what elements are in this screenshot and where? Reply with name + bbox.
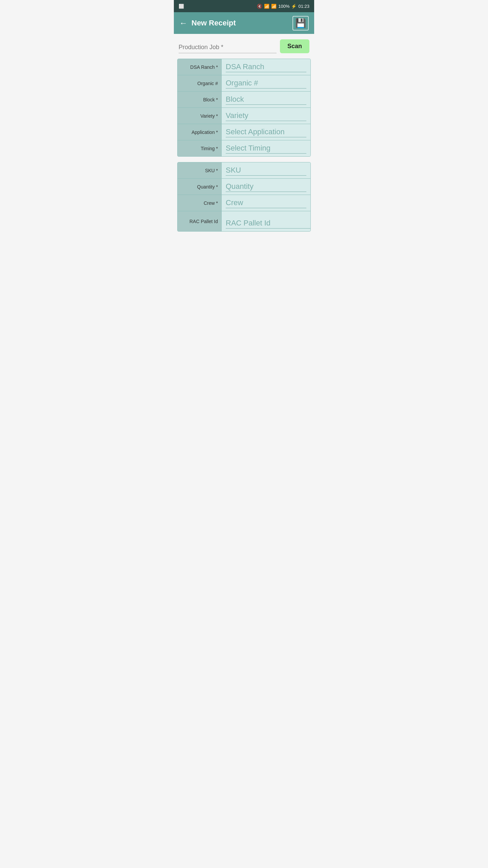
organic-value-cell	[222, 75, 310, 91]
app-bar-left: ← New Receipt	[179, 18, 236, 28]
back-button[interactable]: ←	[179, 18, 187, 28]
rac-pallet-label: RAC Pallet Id	[178, 211, 222, 231]
timing-label: Timing *	[178, 140, 222, 156]
section1-table: DSA Ranch * Organic # Block * Variety *	[177, 59, 311, 157]
organic-label: Organic #	[178, 75, 222, 91]
timing-value-cell	[222, 140, 310, 156]
application-input[interactable]	[226, 127, 306, 137]
battery-icon: ⚡	[291, 4, 297, 9]
signal-icon: 📶	[271, 4, 277, 9]
quantity-label: Quantity *	[178, 179, 222, 195]
battery-label: 100%	[278, 4, 289, 9]
table-row: SKU *	[178, 162, 310, 179]
quantity-value-cell	[222, 179, 310, 195]
dsa-ranch-value-cell	[222, 59, 310, 75]
dsa-ranch-input[interactable]	[226, 62, 306, 72]
application-label: Application *	[178, 124, 222, 140]
app-bar: ← New Receipt 💾	[174, 12, 314, 34]
sku-input[interactable]	[226, 166, 306, 176]
block-label: Block *	[178, 92, 222, 107]
quantity-input[interactable]	[226, 182, 306, 192]
section2-table: SKU * Quantity * Crew * RAC Pallet Id Sc…	[177, 162, 311, 232]
block-value-cell	[222, 92, 310, 107]
status-bar-right: 🔇 📶 📶 100% ⚡ 01:23	[257, 4, 309, 9]
table-row: Crew *	[178, 195, 310, 211]
table-row: DSA Ranch *	[178, 59, 310, 75]
crew-label: Crew *	[178, 195, 222, 211]
application-value-cell	[222, 124, 310, 140]
crew-input[interactable]	[226, 198, 306, 208]
timing-input[interactable]	[226, 144, 306, 154]
crew-value-cell	[222, 195, 310, 211]
save-button[interactable]: 💾	[292, 16, 309, 31]
dsa-ranch-label: DSA Ranch *	[178, 59, 222, 75]
time-label: 01:23	[298, 4, 309, 9]
variety-value-cell	[222, 108, 310, 124]
sku-value-cell	[222, 162, 310, 178]
page-title: New Receipt	[191, 19, 236, 27]
mute-icon: 🔇	[257, 4, 262, 9]
table-row: RAC Pallet Id Scan	[178, 211, 310, 231]
status-bar: ⬜ 🔇 📶 📶 100% ⚡ 01:23	[174, 0, 314, 12]
wifi-icon: 📶	[264, 4, 269, 9]
production-job-input[interactable]	[179, 42, 277, 53]
table-row: Application *	[178, 124, 310, 140]
production-job-scan-button[interactable]: Scan	[280, 39, 309, 53]
production-job-row: Scan	[177, 39, 311, 53]
sku-label: SKU *	[178, 162, 222, 178]
table-row: Block *	[178, 92, 310, 108]
block-input[interactable]	[226, 95, 306, 105]
variety-input[interactable]	[226, 111, 306, 121]
table-row: Organic #	[178, 75, 310, 92]
variety-label: Variety *	[178, 108, 222, 124]
status-bar-left: ⬜	[179, 4, 184, 9]
table-row: Variety *	[178, 108, 310, 124]
rac-pallet-input[interactable]	[226, 219, 311, 229]
table-row: Quantity *	[178, 179, 310, 195]
table-row: Timing *	[178, 140, 310, 156]
main-content: Scan DSA Ranch * Organic # Block * Varie…	[174, 34, 314, 242]
organic-input[interactable]	[226, 79, 306, 88]
screen-icon: ⬜	[179, 4, 184, 9]
rac-pallet-value-cell: Scan	[222, 211, 311, 231]
